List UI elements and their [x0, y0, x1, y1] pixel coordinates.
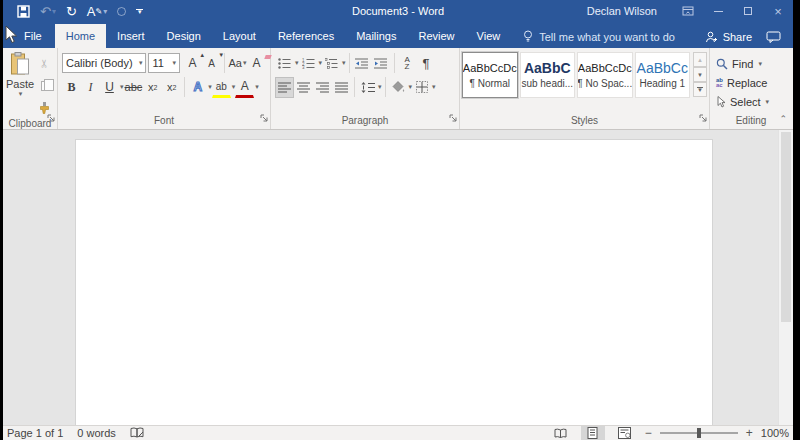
- style-normal[interactable]: AaBbCcDc ¶ Normal: [462, 52, 518, 98]
- tab-view[interactable]: View: [466, 24, 512, 48]
- zoom-slider[interactable]: [660, 432, 738, 434]
- justify-icon: [335, 82, 348, 93]
- style-no-spacing[interactable]: AaBbCcDc ¶ No Spac...: [577, 52, 633, 98]
- vertical-scrollbar[interactable]: [778, 130, 793, 425]
- scrollbar-thumb[interactable]: [781, 132, 791, 322]
- bold-button[interactable]: B: [62, 77, 81, 98]
- bullets-button[interactable]: [275, 53, 294, 74]
- style-sub-heading[interactable]: AaBbC sub headi...: [520, 52, 576, 98]
- page-indicator[interactable]: Page 1 of 1: [7, 427, 63, 439]
- style-heading-1[interactable]: AaBbCc Heading 1: [635, 52, 691, 98]
- strikethrough-button[interactable]: abc: [124, 77, 144, 98]
- tab-review[interactable]: Review: [408, 24, 466, 48]
- find-button[interactable]: Find ▾: [716, 55, 786, 72]
- dropdown-arrow-icon[interactable]: ▾: [378, 83, 382, 91]
- styles-dialog-launcher[interactable]: [699, 108, 707, 126]
- styles-scroll-down-icon[interactable]: ▼: [693, 67, 707, 82]
- shrink-font-button[interactable]: A▼: [202, 53, 221, 74]
- numbering-button[interactable]: 123: [299, 53, 318, 74]
- select-button[interactable]: Select ▾: [716, 93, 786, 110]
- dropdown-arrow-icon: ▾: [19, 90, 23, 98]
- tab-layout[interactable]: Layout: [212, 24, 267, 48]
- document-area: [3, 130, 793, 425]
- shading-button[interactable]: [389, 77, 408, 98]
- font-dialog-launcher[interactable]: [260, 108, 268, 126]
- customize-qat-icon[interactable]: ▾: [136, 3, 143, 19]
- decrease-indent-button[interactable]: [353, 53, 372, 74]
- increase-indent-button[interactable]: [372, 53, 391, 74]
- cut-button[interactable]: ✂: [34, 54, 55, 73]
- zoom-slider-thumb[interactable]: [697, 428, 701, 438]
- share-button[interactable]: Share: [705, 31, 752, 43]
- zoom-level[interactable]: 100%: [761, 427, 789, 439]
- tell-me-box[interactable]: Tell me what you want to do: [523, 30, 675, 48]
- style-preview: AaBbCcDc: [578, 61, 632, 75]
- ribbon-display-options-icon[interactable]: [673, 0, 703, 22]
- tab-insert[interactable]: Insert: [106, 24, 156, 48]
- proofing-icon[interactable]: [130, 427, 145, 439]
- clear-formatting-button[interactable]: A: [247, 53, 266, 74]
- comment-icon[interactable]: [766, 31, 781, 43]
- maximize-button[interactable]: [733, 0, 763, 22]
- grow-font-button[interactable]: A▲: [183, 53, 202, 74]
- multilevel-list-button[interactable]: [322, 53, 341, 74]
- dropdown-arrow-icon[interactable]: ▾: [432, 83, 436, 91]
- styles-more-icon[interactable]: ▼: [693, 82, 707, 97]
- font-name-select[interactable]: Calibri (Body)▾: [62, 53, 146, 73]
- align-center-button[interactable]: [294, 77, 313, 98]
- line-spacing-button[interactable]: [358, 77, 377, 98]
- borders-button[interactable]: [412, 77, 431, 98]
- ribbon: Paste ▾ ✂ Clipboard Calibri (Body)▾: [3, 48, 793, 130]
- dropdown-arrow-icon[interactable]: ▾: [342, 59, 346, 67]
- style-pen-icon[interactable]: A✎▾: [87, 3, 107, 19]
- save-icon[interactable]: [17, 3, 30, 19]
- paste-button[interactable]: Paste ▾: [5, 51, 35, 118]
- superscript-button[interactable]: x2: [162, 77, 181, 98]
- touch-mode-icon[interactable]: [117, 3, 126, 19]
- tab-mailings[interactable]: Mailings: [345, 24, 407, 48]
- clipboard-dialog-launcher[interactable]: [47, 108, 55, 126]
- word-count[interactable]: 0 words: [77, 427, 116, 439]
- change-case-button[interactable]: Aa▾: [228, 53, 247, 74]
- copy-button[interactable]: [35, 75, 54, 96]
- change-case-label: Aa: [229, 57, 242, 69]
- sort-button[interactable]: A Z: [398, 53, 417, 74]
- zoom-in-button[interactable]: +: [746, 426, 753, 440]
- collapse-ribbon-icon[interactable]: ⌃: [779, 114, 787, 124]
- tab-home[interactable]: Home: [55, 24, 106, 48]
- paragraph-dialog-launcher[interactable]: [449, 108, 457, 126]
- highlight-color-button[interactable]: ab: [212, 77, 231, 98]
- read-mode-button[interactable]: [549, 426, 573, 440]
- replace-button[interactable]: abac Replace: [716, 74, 786, 91]
- align-left-button[interactable]: [275, 77, 294, 98]
- styles-scroll-up-icon[interactable]: ▲: [693, 52, 707, 67]
- show-marks-button[interactable]: ¶: [417, 53, 436, 74]
- quick-access-toolbar: ↶▾ ↻ A✎▾ ▾: [3, 0, 143, 22]
- underline-button[interactable]: U: [100, 77, 119, 98]
- document-page[interactable]: [75, 139, 713, 425]
- numbering-icon: 123: [302, 58, 315, 69]
- subscript-button[interactable]: x2: [143, 77, 162, 98]
- justify-button[interactable]: [332, 77, 351, 98]
- font-size-select[interactable]: 11▾: [148, 53, 180, 73]
- user-name[interactable]: Declan Wilson: [587, 5, 657, 17]
- font-color-button[interactable]: A: [235, 77, 254, 98]
- dropdown-arrow-icon[interactable]: ▾: [255, 83, 259, 91]
- zoom-out-button[interactable]: −: [645, 426, 652, 440]
- tab-references[interactable]: References: [267, 24, 345, 48]
- tab-design[interactable]: Design: [156, 24, 212, 48]
- web-layout-icon: [618, 427, 631, 439]
- paragraph-group-label: Paragraph: [342, 115, 389, 126]
- titlebar-right: Declan Wilson ×: [587, 0, 793, 22]
- web-layout-button[interactable]: [613, 426, 637, 440]
- text-effects-button[interactable]: A: [188, 77, 207, 98]
- minimize-button[interactable]: [703, 0, 733, 22]
- close-button[interactable]: ×: [763, 0, 793, 22]
- align-right-button[interactable]: [313, 77, 332, 98]
- redo-icon[interactable]: ↻: [66, 3, 77, 19]
- undo-icon[interactable]: ↶▾: [40, 3, 56, 19]
- italic-button[interactable]: I: [81, 77, 100, 98]
- dropdown-arrow-icon: ▾: [103, 7, 107, 16]
- print-layout-button[interactable]: [581, 426, 605, 440]
- style-name: ¶ No Spac...: [577, 78, 632, 89]
